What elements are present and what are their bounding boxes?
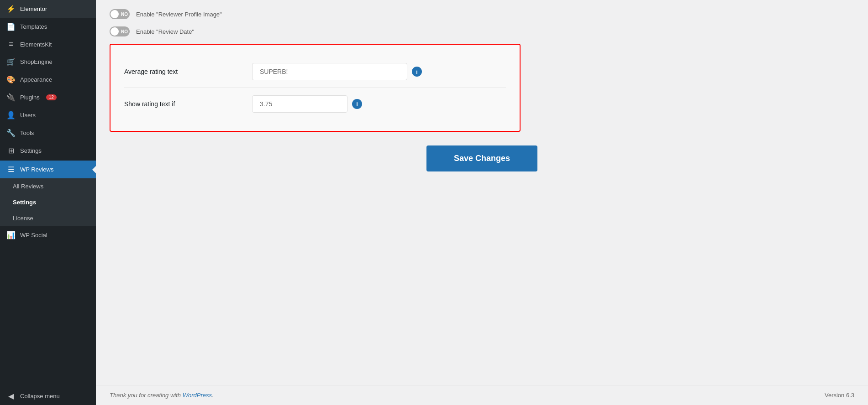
toggle-knob xyxy=(110,10,119,18)
sidebar-collapse-label: Collapse menu xyxy=(20,393,60,400)
footer: Thank you for creating with WordPress. V… xyxy=(96,385,868,405)
sidebar-item-label: Plugins xyxy=(20,94,40,101)
toggle-no-label-date: NO xyxy=(121,29,128,34)
setting-label-average-rating: Average rating text xyxy=(124,68,243,75)
sidebar: ⚡ Elementor 📄 Templates ≡ ElementsKit 🛒 … xyxy=(0,0,96,405)
sidebar-item-wp-social[interactable]: 📊 WP Social xyxy=(0,226,96,244)
tools-icon: 🔧 xyxy=(6,129,16,137)
show-rating-text-input[interactable] xyxy=(252,95,347,113)
settings-box: Average rating text i Show rating text i… xyxy=(110,44,521,132)
info-icon-show-rating[interactable]: i xyxy=(352,99,362,109)
sidebar-item-label: ShopEngine xyxy=(20,58,53,65)
users-icon: 👤 xyxy=(6,111,16,119)
sidebar-item-elementor[interactable]: ⚡ Elementor xyxy=(0,0,96,18)
active-arrow xyxy=(92,166,96,173)
collapse-icon: ◀ xyxy=(6,392,16,400)
sidebar-item-label: WP Social xyxy=(20,232,47,239)
elementor-icon: ⚡ xyxy=(6,5,16,13)
sidebar-sub-all-reviews[interactable]: All Reviews xyxy=(0,178,96,194)
info-icon-average-rating[interactable]: i xyxy=(412,67,422,77)
templates-icon: 📄 xyxy=(6,22,16,31)
sidebar-sub-license[interactable]: License xyxy=(0,210,96,226)
main-content: NO Enable "Reviewer Profile Image" NO En… xyxy=(96,0,868,405)
footer-wordpress-link[interactable]: WordPress xyxy=(183,392,212,399)
setting-input-wrap-average: i xyxy=(252,63,506,80)
toggle-knob-date xyxy=(110,27,119,36)
average-rating-text-input[interactable] xyxy=(252,63,407,80)
toggle-wrap: NO xyxy=(110,9,130,19)
footer-thank-you-text: Thank you for creating with xyxy=(110,392,181,399)
sidebar-sub-label: License xyxy=(13,215,33,222)
toggle-text-reviewer: Enable "Reviewer Profile Image" xyxy=(136,11,222,18)
sidebar-item-wp-reviews[interactable]: ☰ WP Reviews xyxy=(0,161,96,178)
sidebar-item-templates[interactable]: 📄 Templates xyxy=(0,18,96,36)
sidebar-item-users[interactable]: 👤 Users xyxy=(0,106,96,124)
sidebar-collapse-menu[interactable]: ◀ Collapse menu xyxy=(0,387,96,405)
toggle-no-label: NO xyxy=(121,12,128,17)
sidebar-item-label: WP Reviews xyxy=(20,166,53,173)
sidebar-item-tools[interactable]: 🔧 Tools xyxy=(0,124,96,142)
elementskit-icon: ≡ xyxy=(6,40,16,48)
sidebar-item-plugins[interactable]: 🔌 Plugins 12 xyxy=(0,88,96,106)
toggle-reviewer-profile-image: NO Enable "Reviewer Profile Image" xyxy=(110,9,854,19)
appearance-icon: 🎨 xyxy=(6,75,16,84)
toggle-review-date-switch[interactable]: NO xyxy=(110,26,130,36)
shopengine-icon: 🛒 xyxy=(6,57,16,66)
wp-social-icon: 📊 xyxy=(6,231,16,239)
sidebar-item-label: Tools xyxy=(20,130,34,136)
wp-reviews-submenu: All Reviews Settings License xyxy=(0,178,96,226)
sidebar-item-label: ElementsKit xyxy=(20,41,52,48)
sidebar-item-elementskit[interactable]: ≡ ElementsKit xyxy=(0,36,96,53)
sidebar-item-label: Users xyxy=(20,112,36,119)
sidebar-item-settings[interactable]: ⊞ Settings xyxy=(0,142,96,160)
save-changes-button[interactable]: Save Changes xyxy=(426,145,537,171)
toggle-wrap-date: NO xyxy=(110,26,130,36)
sidebar-item-shopengine[interactable]: 🛒 ShopEngine xyxy=(0,53,96,71)
toggle-review-date: NO Enable "Review Date" xyxy=(110,26,854,36)
sidebar-item-label: Settings xyxy=(20,147,42,154)
sidebar-sub-settings[interactable]: Settings xyxy=(0,194,96,210)
sidebar-item-label: Appearance xyxy=(20,76,52,83)
plugins-icon: 🔌 xyxy=(6,93,16,102)
wp-reviews-icon: ☰ xyxy=(6,165,16,174)
sidebar-item-appearance[interactable]: 🎨 Appearance xyxy=(0,71,96,88)
footer-thank-you: Thank you for creating with WordPress. xyxy=(110,392,214,399)
sidebar-item-label: Templates xyxy=(20,23,47,30)
setting-row-show-rating-text: Show rating text if i xyxy=(124,88,506,120)
toggle-reviewer-profile-image-switch[interactable]: NO xyxy=(110,9,130,19)
content-area: NO Enable "Reviewer Profile Image" NO En… xyxy=(96,0,868,385)
setting-label-show-rating: Show rating text if xyxy=(124,100,243,108)
setting-row-average-rating-text: Average rating text i xyxy=(124,56,506,88)
settings-icon: ⊞ xyxy=(6,146,16,155)
sidebar-sub-label: All Reviews xyxy=(13,183,43,190)
toggle-text-date: Enable "Review Date" xyxy=(136,28,194,35)
sidebar-sub-label: Settings xyxy=(13,199,36,206)
plugins-badge: 12 xyxy=(46,94,57,100)
setting-input-wrap-rating: i xyxy=(252,95,506,113)
sidebar-item-label: Elementor xyxy=(20,5,47,12)
footer-version: Version 6.3 xyxy=(825,392,854,399)
